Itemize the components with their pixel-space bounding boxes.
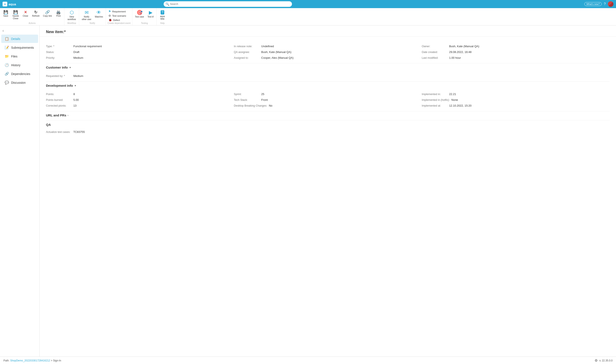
- copy-link-icon: 🔗: [45, 10, 50, 14]
- history-icon: 🕐: [5, 63, 9, 67]
- path-end: Sign-In: [53, 359, 61, 362]
- close-button[interactable]: ✕ Close: [21, 9, 30, 18]
- aqua-wiki-button[interactable]: ? aquaWiki: [157, 9, 167, 21]
- assigned-to-value: Cooper, Alex (Manual QA): [261, 56, 293, 59]
- sidebar-item-details[interactable]: 📋 Details: [1, 35, 38, 43]
- toolbar-workflow-items: ⬡ Viewworkflow: [65, 8, 78, 22]
- toolbar-help-items: ? aquaWiki: [157, 8, 167, 22]
- page-title: New item:*: [46, 30, 610, 34]
- test-it-button[interactable]: ▶ Test it!: [146, 9, 155, 19]
- test-scenario-item[interactable]: ⚙ Test scenario: [108, 14, 127, 18]
- view-workflow-button[interactable]: ⬡ Viewworkflow: [65, 9, 78, 22]
- copy-link-label: Copy link: [43, 15, 52, 17]
- corrected-points-label: Corrected pionts:: [46, 104, 72, 107]
- type-value: Functional requirement: [73, 45, 102, 48]
- sprint-row: Sprint: 25: [234, 91, 422, 97]
- search-icon: 🔍: [165, 2, 169, 6]
- notify-user-button[interactable]: ✉ Notifyother user: [80, 9, 93, 22]
- defect-item[interactable]: 🐞 Defect: [108, 18, 121, 22]
- last-modified-value: 1.00 hour: [449, 56, 461, 59]
- sidebar-item-history[interactable]: 🕐 History: [1, 61, 38, 69]
- actualize-test-cases-row: Actualize test cases: TC83755: [46, 129, 610, 135]
- whats-new-button[interactable]: What's new?: [584, 2, 602, 6]
- dev-col1: Points: 8 Points burned: 5.00 Corrected …: [46, 91, 234, 108]
- implemented-hotfix-row: Implemented in (hotfix): None: [422, 97, 610, 103]
- toolbar-testing-items: 🎯 Test case ▶ Test it!: [133, 8, 155, 22]
- customer-info-chevron: ▾: [69, 66, 71, 69]
- search-input[interactable]: [164, 1, 292, 7]
- toolbar-group-help-label: Help: [157, 22, 167, 25]
- sidebar-item-files[interactable]: 📁 Files: [1, 52, 38, 60]
- app-name: aqua: [9, 2, 16, 6]
- create-dep-items: ⚑ Requirement ⚙ Test scenario 🐞 Defect: [108, 8, 130, 22]
- toolbar-group-help: ? aquaWiki Help: [157, 8, 168, 25]
- sidebar-details-label: Details: [11, 37, 20, 40]
- priority-row: Priority: Medium: [46, 55, 234, 61]
- requirement-icon: ⚑: [109, 10, 111, 13]
- save-close-icon: 💾: [13, 10, 18, 14]
- files-icon: 📁: [5, 54, 9, 58]
- sidebar-files-label: Files: [11, 55, 17, 58]
- desktop-breaking-label: Desktop Breaking Changes:: [234, 104, 267, 107]
- sidebar-item-discussion[interactable]: 💬 Discussion: [1, 78, 38, 87]
- tech-stack-value: Front: [261, 98, 268, 102]
- qa-title: QA: [46, 123, 610, 127]
- save-close-button[interactable]: 💾 Save&Close: [11, 9, 21, 21]
- watches-button[interactable]: 👁 Watches: [93, 9, 105, 19]
- desktop-breaking-value: No: [269, 104, 273, 107]
- status-row: Status: Draft: [46, 49, 234, 55]
- actualize-value: TC83755: [73, 130, 85, 133]
- sprint-value: 25: [261, 92, 264, 96]
- dev-col3: Implemented in: 22.21 Implemented in (ho…: [422, 91, 610, 108]
- print-button[interactable]: 🖨️ Print: [54, 9, 63, 18]
- sidebar-toggle[interactable]: ‹: [0, 27, 39, 34]
- help-icon[interactable]: ?: [604, 2, 606, 6]
- version-label: v. 22.35.0.0: [599, 359, 613, 362]
- main-content: New item:* Type: * Functional requiremen…: [40, 26, 616, 357]
- view-workflow-label: Viewworkflow: [68, 16, 76, 21]
- implemented-at-label: Implemented at:: [422, 104, 448, 107]
- status-bar: Path: ShopDemo_202203301728416212 > Sign…: [0, 357, 616, 364]
- implemented-at-row: Implemented at: 12.10.2022, 15:20: [422, 103, 610, 108]
- desktop-breaking-row: Desktop Breaking Changes: No: [234, 103, 422, 108]
- tech-stack-row: Tech Stack: Front: [234, 97, 422, 103]
- dev-info-header[interactable]: Development info ▾: [46, 81, 610, 90]
- settings-icon[interactable]: ⚙: [595, 358, 598, 363]
- dependencies-icon: 🔗: [5, 72, 9, 76]
- col2: In release note: Undefined QA assignee: …: [234, 43, 422, 61]
- sidebar-subrequirements-label: Subrequirements: [11, 46, 34, 49]
- sidebar-item-dependencies[interactable]: 🔗 Dependencies: [1, 70, 38, 78]
- last-modified-row: Last modified: 1.00 hour: [422, 55, 610, 61]
- points-value: 8: [73, 92, 75, 96]
- tech-stack-label: Tech Stack:: [234, 98, 260, 102]
- aqua-wiki-label: aquaWiki: [160, 15, 165, 20]
- points-burned-value: 5.00: [73, 98, 79, 102]
- dev-info-content: Points: 8 Points burned: 5.00 Corrected …: [46, 90, 610, 111]
- in-release-row: In release note: Undefined: [234, 43, 422, 49]
- path-link[interactable]: ShopDemo_202203301728416212: [10, 359, 50, 362]
- watches-label: Watches: [95, 16, 103, 18]
- requirement-item[interactable]: ⚑ Requirement: [108, 9, 127, 13]
- test-case-label: Test case: [135, 16, 144, 18]
- customer-info-header[interactable]: Customer info ▾: [46, 63, 610, 71]
- path-label: Path:: [3, 359, 9, 362]
- top-bar-right: What's new? ?: [584, 1, 614, 7]
- url-prs-title: URL and PRs: [46, 113, 66, 117]
- toolbar-group-actions: 💾 Save 💾 Save&Close ✕ Close ↻ Refresh 🔗: [0, 8, 64, 25]
- save-button[interactable]: 💾 Save: [1, 9, 11, 18]
- test-case-button[interactable]: 🎯 Test case: [133, 9, 146, 19]
- sprint-label: Sprint:: [234, 93, 260, 96]
- refresh-button[interactable]: ↻ Refresh: [30, 9, 41, 18]
- watches-icon: 👁: [96, 10, 101, 15]
- path-separator: >: [51, 359, 52, 362]
- refresh-label: Refresh: [32, 15, 40, 17]
- points-burned-label: Points burned:: [46, 98, 72, 102]
- logo-icon: a: [2, 2, 7, 6]
- avatar[interactable]: [608, 1, 614, 7]
- sidebar-item-subrequirements[interactable]: 📝 Subrequirements: [1, 43, 38, 52]
- owner-value: Bush, Kate (Manual QA): [449, 45, 479, 48]
- toolbar-group-notify: ✉ Notifyother user 👁 Watches Notify: [79, 8, 106, 25]
- copy-link-button[interactable]: 🔗 Copy link: [41, 9, 54, 18]
- url-prs-header[interactable]: URL and PRs ›: [46, 111, 610, 119]
- test-scenario-icon: ⚙: [109, 14, 111, 17]
